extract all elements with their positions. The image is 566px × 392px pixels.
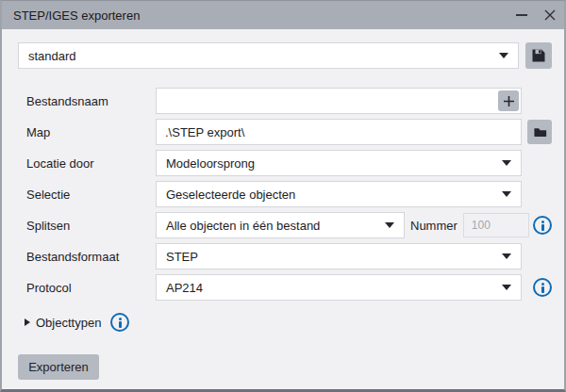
selectie-value: Geselecteerde objecten [166, 188, 295, 202]
preset-row: standard [18, 42, 552, 69]
locatie-door-value: Modeloorsprong [166, 156, 255, 171]
nummer-label: Nummer [410, 219, 458, 233]
export-form: Bestandsnaam Map [2, 88, 564, 301]
row-selectie: Selectie Geselecteerde objecten [26, 181, 552, 207]
protocol-dropdown[interactable]: AP214 [156, 274, 522, 301]
preset-value: standard [28, 49, 76, 63]
row-protocol: Protocol AP214 [26, 274, 552, 301]
preset-combobox[interactable]: standard [18, 42, 519, 69]
locatie-door-dropdown[interactable]: Modeloorsprong [156, 150, 522, 176]
browse-folder-button[interactable] [527, 120, 552, 144]
bestandsformaat-value: STEP [166, 250, 198, 264]
map-input[interactable] [156, 119, 522, 145]
locatie-door-label: Locatie door [26, 156, 156, 171]
titlebar: STEP/IGES exporteren [2, 1, 564, 29]
expander-collapsed-icon [25, 318, 30, 326]
row-bestandsnaam: Bestandsnaam [26, 88, 552, 114]
close-icon [544, 9, 556, 21]
bestandsformaat-dropdown[interactable]: STEP [156, 243, 522, 270]
nummer-input [463, 213, 529, 237]
selectie-label: Selectie [26, 188, 156, 202]
splitsen-value: Alle objecten in één bestand [166, 219, 320, 233]
export-button[interactable]: Exporteren [18, 354, 99, 380]
chevron-down-icon [502, 160, 511, 166]
bestandsnaam-label: Bestandsnaam [26, 94, 156, 108]
folder-icon [533, 125, 547, 139]
row-bestandsformaat: Bestandsformaat STEP [26, 243, 552, 270]
window-title: STEP/IGES exporteren [13, 8, 508, 23]
chevron-down-icon [385, 222, 394, 228]
save-icon [531, 48, 546, 63]
objecttypen-expander[interactable]: Objecttypen [25, 312, 552, 333]
splitsen-dropdown[interactable]: Alle objecten in één bestand [156, 212, 405, 238]
minimize-icon [516, 14, 527, 16]
step-iges-export-dialog: STEP/IGES exporteren standard Bestandsn [0, 0, 566, 392]
protocol-value: AP214 [166, 281, 203, 295]
minimize-button[interactable] [508, 1, 536, 29]
row-locatie-door: Locatie door Modeloorsprong [26, 150, 552, 176]
plus-icon [503, 95, 515, 107]
chevron-down-icon [499, 53, 508, 58]
bestandsformaat-label: Bestandsformaat [26, 250, 156, 264]
selectie-dropdown[interactable]: Geselecteerde objecten [156, 181, 522, 207]
save-preset-button[interactable] [525, 42, 552, 69]
splitsen-label: Splitsen [26, 219, 156, 233]
row-map: Map [26, 119, 552, 145]
chevron-down-icon [502, 253, 511, 259]
row-splitsen: Splitsen Alle objecten in één bestand Nu… [26, 212, 552, 238]
objecttypen-info-icon[interactable] [110, 313, 129, 332]
close-button[interactable] [536, 1, 564, 29]
protocol-info-icon[interactable] [533, 278, 552, 297]
bestandsnaam-input[interactable] [156, 88, 522, 114]
protocol-label: Protocol [26, 281, 156, 295]
chevron-down-icon [502, 191, 511, 197]
chevron-down-icon [502, 285, 511, 290]
add-filename-button[interactable] [498, 90, 519, 111]
map-label: Map [26, 125, 156, 139]
splitsen-info-icon[interactable] [533, 216, 552, 235]
objecttypen-label: Objecttypen [36, 316, 101, 330]
